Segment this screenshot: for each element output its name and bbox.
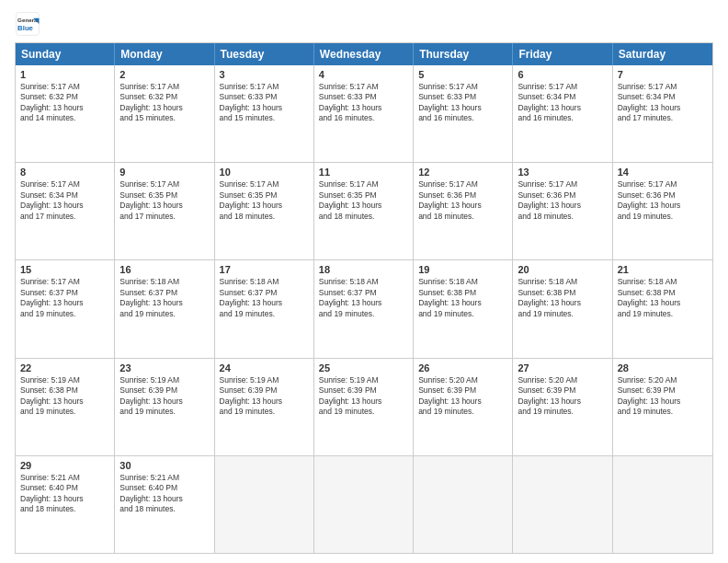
calendar-cell: 23Sunrise: 5:19 AMSunset: 6:39 PMDayligh… <box>115 359 214 455</box>
cell-info: Sunrise: 5:17 AMSunset: 6:33 PMDaylight:… <box>220 82 309 124</box>
calendar-cell <box>414 456 513 553</box>
cell-day-number: 8 <box>20 167 109 178</box>
cell-info: Sunrise: 5:19 AMSunset: 6:39 PMDaylight:… <box>119 375 209 418</box>
calendar-cell: 16Sunrise: 5:18 AMSunset: 6:37 PMDayligh… <box>115 260 214 357</box>
calendar-cell: 28Sunrise: 5:20 AMSunset: 6:39 PMDayligh… <box>613 359 712 455</box>
cell-day-number: 29 <box>20 460 109 471</box>
cell-info: Sunrise: 5:21 AMSunset: 6:40 PMDaylight:… <box>20 473 109 515</box>
cell-day-number: 20 <box>518 264 607 275</box>
cell-day-number: 26 <box>418 362 507 373</box>
calendar-cell: 12Sunrise: 5:17 AMSunset: 6:36 PMDayligh… <box>414 163 513 259</box>
cell-info: Sunrise: 5:20 AMSunset: 6:39 PMDaylight:… <box>618 375 708 418</box>
calendar-cell <box>314 456 414 553</box>
calendar-cell <box>215 456 314 553</box>
cell-info: Sunrise: 5:19 AMSunset: 6:39 PMDaylight:… <box>220 375 309 418</box>
calendar-cell: 3Sunrise: 5:17 AMSunset: 6:33 PMDaylight… <box>215 65 314 162</box>
calendar-row-3: 15Sunrise: 5:17 AMSunset: 6:37 PMDayligh… <box>16 260 712 358</box>
cell-info: Sunrise: 5:19 AMSunset: 6:38 PMDaylight:… <box>20 375 109 418</box>
cell-info: Sunrise: 5:18 AMSunset: 6:38 PMDaylight:… <box>418 277 507 319</box>
calendar-body: 1Sunrise: 5:17 AMSunset: 6:32 PMDaylight… <box>16 65 712 553</box>
cell-day-number: 27 <box>518 362 607 373</box>
calendar-cell: 27Sunrise: 5:20 AMSunset: 6:39 PMDayligh… <box>513 359 612 455</box>
header-day-sunday: Sunday <box>16 43 115 65</box>
calendar-cell: 4Sunrise: 5:17 AMSunset: 6:33 PMDaylight… <box>314 65 414 162</box>
calendar-cell: 24Sunrise: 5:19 AMSunset: 6:39 PMDayligh… <box>215 359 314 455</box>
calendar-cell: 6Sunrise: 5:17 AMSunset: 6:34 PMDaylight… <box>513 65 612 162</box>
cell-info: Sunrise: 5:17 AMSunset: 6:36 PMDaylight:… <box>518 179 607 222</box>
calendar-row-1: 1Sunrise: 5:17 AMSunset: 6:32 PMDaylight… <box>16 65 712 163</box>
cell-day-number: 3 <box>220 69 309 80</box>
cell-day-number: 17 <box>220 264 309 275</box>
calendar-cell: 5Sunrise: 5:17 AMSunset: 6:33 PMDaylight… <box>414 65 513 162</box>
cell-info: Sunrise: 5:17 AMSunset: 6:35 PMDaylight:… <box>119 179 209 222</box>
cell-info: Sunrise: 5:17 AMSunset: 6:36 PMDaylight:… <box>418 179 507 222</box>
header-day-friday: Friday <box>513 43 612 65</box>
cell-info: Sunrise: 5:19 AMSunset: 6:39 PMDaylight:… <box>319 375 408 418</box>
cell-day-number: 1 <box>20 69 109 80</box>
cell-info: Sunrise: 5:18 AMSunset: 6:37 PMDaylight:… <box>119 277 209 319</box>
cell-day-number: 14 <box>618 167 708 178</box>
calendar-cell <box>513 456 612 553</box>
calendar-cell: 13Sunrise: 5:17 AMSunset: 6:36 PMDayligh… <box>513 163 612 259</box>
calendar-cell: 30Sunrise: 5:21 AMSunset: 6:40 PMDayligh… <box>115 456 214 553</box>
header-day-saturday: Saturday <box>613 43 712 65</box>
calendar-cell: 10Sunrise: 5:17 AMSunset: 6:35 PMDayligh… <box>215 163 314 259</box>
calendar-cell: 7Sunrise: 5:17 AMSunset: 6:34 PMDaylight… <box>613 65 712 162</box>
cell-day-number: 22 <box>20 362 109 373</box>
header-day-thursday: Thursday <box>414 43 513 65</box>
cell-info: Sunrise: 5:17 AMSunset: 6:37 PMDaylight:… <box>20 277 109 319</box>
cell-day-number: 13 <box>518 167 607 178</box>
cell-info: Sunrise: 5:17 AMSunset: 6:35 PMDaylight:… <box>319 179 408 222</box>
cell-info: Sunrise: 5:20 AMSunset: 6:39 PMDaylight:… <box>518 375 607 418</box>
cell-day-number: 21 <box>618 264 708 275</box>
cell-day-number: 2 <box>119 69 209 80</box>
cell-day-number: 18 <box>319 264 408 275</box>
page: General Blue SundayMondayTuesdayWednesda… <box>0 0 728 563</box>
calendar-header: SundayMondayTuesdayWednesdayThursdayFrid… <box>16 43 712 65</box>
header-day-wednesday: Wednesday <box>314 43 414 65</box>
cell-day-number: 5 <box>418 69 507 80</box>
calendar-cell: 29Sunrise: 5:21 AMSunset: 6:40 PMDayligh… <box>16 456 115 553</box>
header: General Blue <box>15 11 713 37</box>
cell-info: Sunrise: 5:18 AMSunset: 6:38 PMDaylight:… <box>618 277 708 319</box>
cell-info: Sunrise: 5:17 AMSunset: 6:32 PMDaylight:… <box>20 82 109 124</box>
cell-day-number: 7 <box>618 69 708 80</box>
cell-day-number: 11 <box>319 167 408 178</box>
cell-info: Sunrise: 5:17 AMSunset: 6:35 PMDaylight:… <box>220 179 309 222</box>
calendar-cell: 26Sunrise: 5:20 AMSunset: 6:39 PMDayligh… <box>414 359 513 455</box>
header-day-tuesday: Tuesday <box>215 43 314 65</box>
cell-day-number: 28 <box>618 362 708 373</box>
cell-info: Sunrise: 5:18 AMSunset: 6:37 PMDaylight:… <box>319 277 408 319</box>
cell-info: Sunrise: 5:18 AMSunset: 6:38 PMDaylight:… <box>518 277 607 319</box>
calendar-cell: 2Sunrise: 5:17 AMSunset: 6:32 PMDaylight… <box>115 65 214 162</box>
calendar-cell: 20Sunrise: 5:18 AMSunset: 6:38 PMDayligh… <box>513 260 612 357</box>
cell-day-number: 10 <box>220 167 309 178</box>
cell-day-number: 6 <box>518 69 607 80</box>
cell-day-number: 16 <box>119 264 209 275</box>
calendar-cell: 21Sunrise: 5:18 AMSunset: 6:38 PMDayligh… <box>613 260 712 357</box>
cell-info: Sunrise: 5:18 AMSunset: 6:37 PMDaylight:… <box>220 277 309 319</box>
calendar-cell: 18Sunrise: 5:18 AMSunset: 6:37 PMDayligh… <box>314 260 414 357</box>
cell-day-number: 23 <box>119 362 209 373</box>
cell-info: Sunrise: 5:17 AMSunset: 6:36 PMDaylight:… <box>618 179 708 222</box>
cell-info: Sunrise: 5:17 AMSunset: 6:32 PMDaylight:… <box>119 82 209 124</box>
calendar-cell <box>613 456 712 553</box>
cell-day-number: 15 <box>20 264 109 275</box>
header-day-monday: Monday <box>115 43 214 65</box>
cell-info: Sunrise: 5:17 AMSunset: 6:33 PMDaylight:… <box>319 82 408 124</box>
cell-day-number: 24 <box>220 362 309 373</box>
calendar-cell: 17Sunrise: 5:18 AMSunset: 6:37 PMDayligh… <box>215 260 314 357</box>
cell-day-number: 25 <box>319 362 408 373</box>
calendar-cell: 1Sunrise: 5:17 AMSunset: 6:32 PMDaylight… <box>16 65 115 162</box>
cell-info: Sunrise: 5:21 AMSunset: 6:40 PMDaylight:… <box>119 473 209 515</box>
calendar-cell: 11Sunrise: 5:17 AMSunset: 6:35 PMDayligh… <box>314 163 414 259</box>
cell-info: Sunrise: 5:20 AMSunset: 6:39 PMDaylight:… <box>418 375 507 418</box>
calendar-row-2: 8Sunrise: 5:17 AMSunset: 6:34 PMDaylight… <box>16 163 712 260</box>
calendar-row-4: 22Sunrise: 5:19 AMSunset: 6:38 PMDayligh… <box>16 359 712 456</box>
svg-text:Blue: Blue <box>17 24 34 32</box>
logo: General Blue <box>15 11 40 37</box>
calendar-cell: 15Sunrise: 5:17 AMSunset: 6:37 PMDayligh… <box>16 260 115 357</box>
calendar-cell: 22Sunrise: 5:19 AMSunset: 6:38 PMDayligh… <box>16 359 115 455</box>
calendar-cell: 14Sunrise: 5:17 AMSunset: 6:36 PMDayligh… <box>613 163 712 259</box>
cell-info: Sunrise: 5:17 AMSunset: 6:34 PMDaylight:… <box>20 179 109 222</box>
